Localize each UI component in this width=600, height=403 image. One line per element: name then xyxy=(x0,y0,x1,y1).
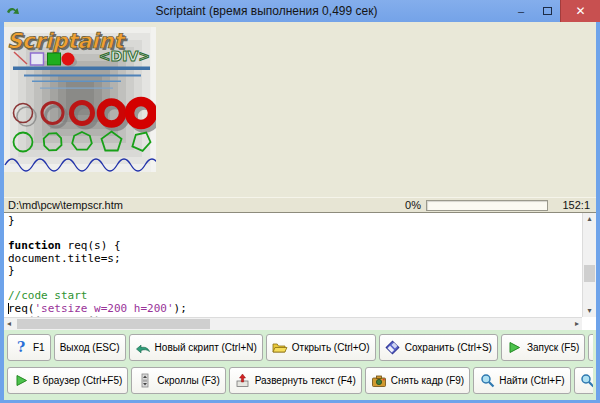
button-label: Выход (ESC) xyxy=(60,342,120,353)
code-editor: } function req(s) {document.title=s;} //… xyxy=(4,212,596,330)
button-label: Скроллы (F3) xyxy=(157,375,219,386)
maximize-button[interactable] xyxy=(534,0,560,22)
logo-image: Scriptaint Scriptaint <DIV> xyxy=(4,27,156,172)
logo-green-square xyxy=(48,53,61,65)
horizontal-scrollbar[interactable]: ◂ ▸ xyxy=(4,317,582,330)
button-to-clipboard[interactable]: В буфер (F6) xyxy=(588,334,593,361)
save-icon xyxy=(385,340,401,356)
button-label: F1 xyxy=(33,342,45,353)
logo-subtitle: <DIV> xyxy=(99,48,150,64)
file-path: D:\md\pcw\tempscr.htm xyxy=(8,199,405,211)
logo-purple-square xyxy=(31,53,44,65)
scroll-up-icon[interactable]: ▴ xyxy=(583,215,596,223)
code-line[interactable] xyxy=(8,278,582,291)
window-body: Scriptaint Scriptaint <DIV> xyxy=(0,22,600,403)
statusbar: D:\md\pcw\tempscr.htm 0% 152:1 xyxy=(4,197,596,212)
button-expand-text[interactable]: Развернуть текст (F4) xyxy=(229,367,362,394)
help-icon: ? xyxy=(13,340,29,356)
toolbar-row-2: В браузер (Ctrl+F5)Скроллы (F3)Развернут… xyxy=(7,367,593,394)
close-button[interactable]: ✕ xyxy=(560,0,600,22)
camera-icon xyxy=(371,373,387,389)
preview-panel: Scriptaint Scriptaint <DIV> xyxy=(4,22,596,197)
titlebar: Scriptaint (время выполнения 0,499 сек) … xyxy=(0,0,600,22)
button-snapshot[interactable]: Снять кадр (F9) xyxy=(365,367,470,394)
code-line[interactable]: req('setsize w=200 h=200'); xyxy=(8,303,582,316)
button-run[interactable]: Запуск (F5) xyxy=(501,334,585,361)
svg-text:?: ? xyxy=(17,340,25,355)
code-line[interactable]: } xyxy=(8,215,582,228)
scroll-left-icon[interactable]: ◂ xyxy=(7,320,11,328)
button-label: Развернуть текст (F4) xyxy=(255,375,356,386)
maximize-icon xyxy=(543,7,552,15)
progress-bar xyxy=(426,200,548,211)
search-icon xyxy=(479,373,495,389)
expand-icon xyxy=(235,373,251,389)
open-folder-icon xyxy=(272,340,288,356)
vertical-scroll-thumb[interactable] xyxy=(584,265,595,282)
app-window: Scriptaint (время выполнения 0,499 сек) … xyxy=(0,0,600,403)
button-label: Сохранить (Ctrl+S) xyxy=(405,342,492,353)
new-script-icon xyxy=(135,340,151,356)
vertical-scrollbar[interactable]: ▴ ▾ xyxy=(582,213,596,317)
button-new-script[interactable]: Новый скрипт (Ctrl+N) xyxy=(129,334,263,361)
search-icon xyxy=(580,373,593,389)
button-open[interactable]: Открыть (Ctrl+O) xyxy=(266,334,376,361)
scroll-down-icon[interactable]: ▾ xyxy=(583,307,596,315)
cursor-position: 152:1 xyxy=(556,199,590,211)
button-label: Открыть (Ctrl+O) xyxy=(292,342,370,353)
toolbar-row-1: ?F1Выход (ESC)Новый скрипт (Ctrl+N)Откры… xyxy=(7,334,593,361)
run-icon xyxy=(13,373,29,389)
button-scrolls[interactable]: Скроллы (F3) xyxy=(131,367,225,394)
toolbar: ?F1Выход (ESC)Новый скрипт (Ctrl+N)Откры… xyxy=(4,330,596,400)
button-find-next[interactable]: Далее (Ctrl+Shift+F) xyxy=(574,367,593,394)
scroll-right-icon[interactable]: ▸ xyxy=(575,320,579,328)
horizontal-scroll-thumb[interactable] xyxy=(17,319,210,329)
code-line[interactable]: document.title=s; xyxy=(8,253,582,266)
button-label: В браузер (Ctrl+F5) xyxy=(33,375,122,386)
logo-red-circle xyxy=(62,53,75,66)
button-label: Запуск (F5) xyxy=(527,342,579,353)
code-area[interactable]: } function req(s) {document.title=s;} //… xyxy=(4,213,582,317)
button-save[interactable]: Сохранить (Ctrl+S) xyxy=(379,334,498,361)
button-label: Найти (Ctrl+F) xyxy=(499,375,564,386)
button-in-browser[interactable]: В браузер (Ctrl+F5) xyxy=(7,367,128,394)
window-title: Scriptaint (время выполнения 0,499 сек) xyxy=(25,4,508,18)
button-exit[interactable]: Выход (ESC) xyxy=(54,334,126,361)
minimize-button[interactable]: – xyxy=(508,0,534,22)
progress-percent: 0% xyxy=(405,199,421,211)
app-icon xyxy=(5,3,21,19)
scrollbar-icon xyxy=(137,373,153,389)
run-icon xyxy=(507,340,523,356)
button-find[interactable]: Найти (Ctrl+F) xyxy=(473,367,570,394)
button-help[interactable]: ?F1 xyxy=(7,334,51,361)
button-label: Новый скрипт (Ctrl+N) xyxy=(155,342,257,353)
button-label: Снять кадр (F9) xyxy=(391,375,464,386)
code-line[interactable]: } xyxy=(8,265,582,278)
